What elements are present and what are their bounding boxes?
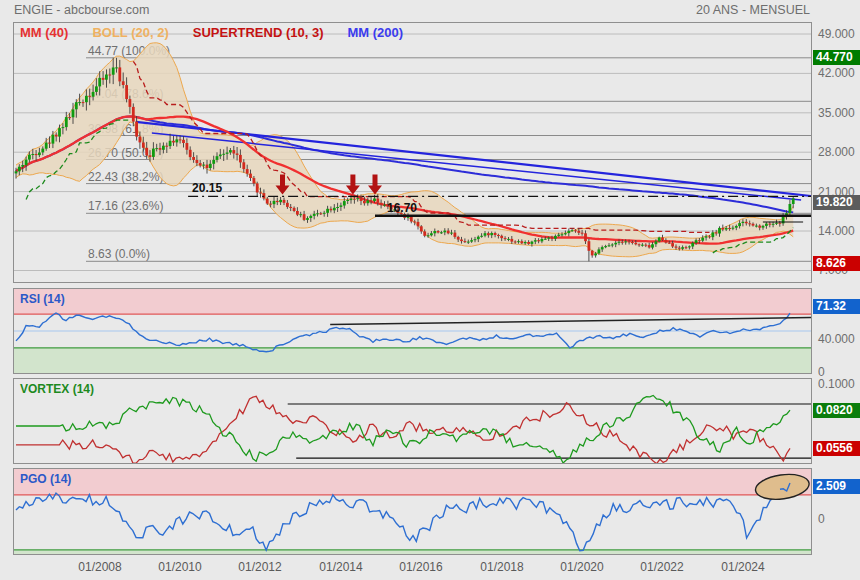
legend-boll: BOLL (20, 2) [92, 25, 168, 40]
time-tick-label: 01/2010 [158, 560, 201, 574]
level-label-1670: 16.70 [387, 201, 417, 215]
price-tick-label: 42.000 [818, 66, 858, 80]
time-tick-label: 01/2016 [399, 560, 442, 574]
rsi-chart-canvas[interactable] [14, 289, 811, 373]
pgo-chart-canvas[interactable] [14, 469, 811, 554]
vortex-title: VORTEX (14) [20, 382, 94, 396]
rsi-panel[interactable] [13, 288, 812, 374]
instrument-title: ENGIE - abcbourse.com [14, 3, 149, 17]
legend-supertrend: SUPERTREND (10, 3) [193, 25, 324, 40]
time-tick-label: 01/2014 [319, 560, 362, 574]
vortex-minus-badge: 0.0556 [813, 441, 860, 456]
rsi-title: RSI (14) [20, 292, 65, 306]
time-tick-label: 01/2020 [560, 560, 603, 574]
fib-label: 17.16 (23.6%) [88, 199, 163, 213]
fib-label: 8.63 (0.0%) [88, 247, 150, 261]
pgo-value-badge: 2.509 [813, 479, 860, 494]
timeframe-label: 20 ANS - MENSUEL [696, 3, 810, 17]
time-tick-label: 01/2024 [721, 560, 764, 574]
pgo-tick-label: 0 [818, 512, 858, 526]
price-low-badge: 8.626 [813, 256, 860, 271]
time-tick-label: 01/2018 [480, 560, 523, 574]
price-tick-label: 35.000 [818, 106, 858, 120]
time-tick-label: 01/2008 [78, 560, 121, 574]
price-tick-label: 28.000 [818, 145, 858, 159]
pgo-title: PGO (14) [20, 472, 71, 486]
time-tick-label: 01/2012 [238, 560, 281, 574]
vortex-plus-badge: 0.0820 [813, 403, 860, 418]
legend-mm200: MM (200) [347, 25, 403, 40]
price-high-badge: 44.770 [813, 50, 860, 65]
rsi-tick-label: 40.000 [818, 332, 858, 346]
pgo-panel[interactable] [13, 468, 812, 555]
level-label-2015: 20.15 [192, 181, 222, 195]
chart-page: ENGIE - abcbourse.com 20 ANS - MENSUEL 4… [0, 0, 860, 580]
price-tick-label: 14.000 [818, 224, 858, 238]
price-last-badge: 19.820 [813, 195, 860, 210]
rsi-value-badge: 71.32 [813, 299, 860, 314]
fib-label: 22.43 (38.2%) [88, 170, 163, 184]
time-tick-label: 01/2022 [640, 560, 683, 574]
vortex-chart-canvas[interactable] [14, 379, 811, 463]
indicator-legend: MM (40)BOLL (20, 2)SUPERTREND (10, 3)MM … [20, 25, 427, 40]
legend-mm40: MM (40) [20, 25, 68, 40]
price-tick-label: 49.000 [818, 27, 858, 41]
vortex-tick-label: 0.1000 [818, 377, 858, 391]
price-panel[interactable]: 44.77 (100.0%)37.04 (78.6%)30.98 (61.8%)… [13, 22, 812, 283]
vortex-panel[interactable] [13, 378, 812, 464]
price-chart-canvas[interactable]: 44.77 (100.0%)37.04 (78.6%)30.98 (61.8%)… [14, 23, 811, 282]
